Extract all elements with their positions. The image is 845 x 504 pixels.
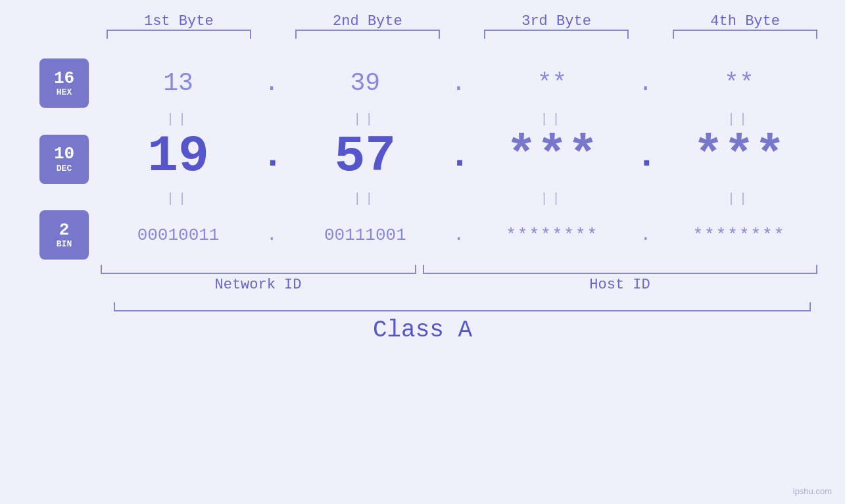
dec-b3: ***: [480, 131, 625, 182]
col-header-4: 4th Byte: [673, 13, 817, 30]
bin-badge: 2 BIN: [39, 210, 89, 260]
bin-dot-1: .: [262, 225, 281, 245]
main-container: 1st Byte 2nd Byte 3rd Byte 4th Byte 16 H…: [0, 0, 845, 504]
class-label: Class A: [0, 317, 845, 344]
bin-b4: ********: [667, 225, 811, 245]
top-bracket-4: [673, 30, 817, 39]
hex-b2: 39: [293, 69, 437, 97]
dec-row: 10 DEC 19 . 57 . *** . ***: [28, 131, 817, 187]
bin-row: 2 BIN 00010011 . 00111001 . ******** . *…: [28, 210, 817, 260]
dec-badge: 10 DEC: [39, 135, 89, 184]
bin-b1: 00010011: [106, 225, 251, 245]
watermark: ipshu.com: [793, 486, 832, 496]
col-header-1: 1st Byte: [107, 13, 251, 30]
sep-5: ||: [106, 191, 251, 206]
network-id-label: Network ID: [101, 277, 416, 293]
dec-b2: 57: [293, 131, 437, 182]
hex-b3: **: [480, 69, 625, 97]
dec-b4: ***: [667, 131, 811, 182]
bin-b3: ********: [480, 225, 625, 245]
bottom-brackets: [101, 265, 817, 274]
hex-b1: 13: [106, 69, 251, 97]
hex-badge: 16 HEX: [39, 58, 89, 108]
bin-dot-3: .: [636, 225, 656, 245]
top-bracket-2: [295, 30, 440, 39]
col-header-2: 2nd Byte: [295, 13, 440, 30]
top-bracket-1: [107, 30, 251, 39]
class-bracket: [114, 302, 811, 311]
col-header-3: 3rd Byte: [484, 13, 629, 30]
sep-1: ||: [106, 112, 251, 127]
sep-6: ||: [293, 191, 437, 206]
dec-dot-2: .: [448, 135, 468, 182]
column-headers: 1st Byte 2nd Byte 3rd Byte 4th Byte: [101, 13, 824, 30]
host-id-label: Host ID: [423, 277, 817, 293]
hex-dot-3: .: [636, 69, 656, 97]
dec-dot-1: .: [262, 135, 281, 182]
sep-7: ||: [480, 191, 625, 206]
sep-8: ||: [667, 191, 811, 206]
bracket-network: [101, 265, 416, 274]
top-bracket-3: [484, 30, 629, 39]
dec-b1: 19: [106, 131, 251, 182]
id-label-row: Network ID Host ID: [101, 277, 817, 293]
hex-row: 16 HEX 13 . 39 . ** . **: [28, 58, 817, 108]
bin-b2: 00111001: [293, 225, 437, 245]
sep-2: ||: [293, 112, 437, 127]
hex-b4: **: [667, 69, 811, 97]
dec-dot-3: .: [636, 135, 656, 182]
sep-4: ||: [667, 112, 811, 127]
sep-3: ||: [480, 112, 625, 127]
hex-dot-2: .: [448, 69, 468, 97]
bracket-host: [423, 265, 817, 274]
bin-dot-2: .: [448, 225, 468, 245]
hex-dot-1: .: [262, 69, 281, 97]
sep-row-2: || || || ||: [28, 187, 817, 210]
